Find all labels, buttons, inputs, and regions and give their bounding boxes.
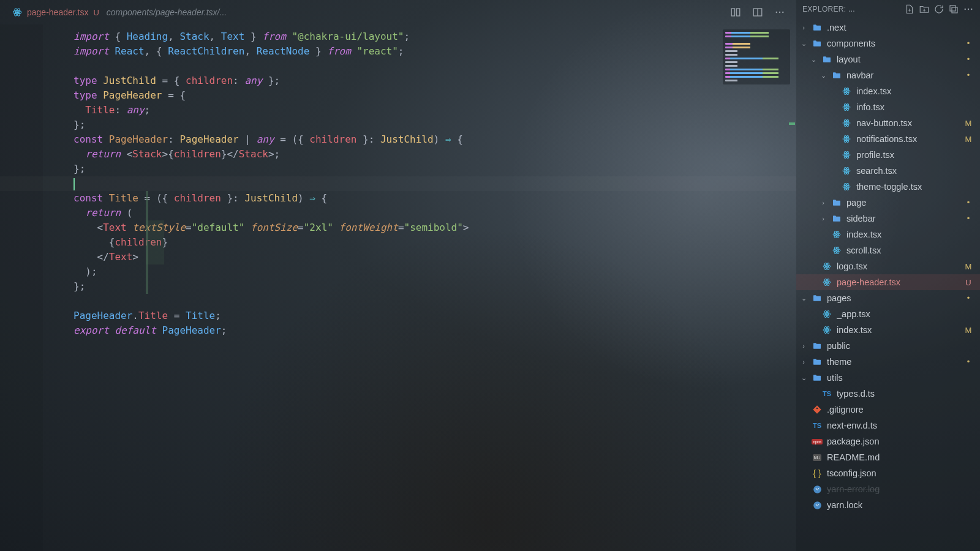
chevron-right-icon[interactable]: › [820,199,827,206]
chevron-down-icon[interactable]: ⌄ [800,294,807,302]
tree-file[interactable]: .gitignore [796,402,980,418]
react-icon [841,102,852,112]
code-line[interactable]: type JustChild = { children: any }; [74,73,796,88]
chevron-right-icon[interactable]: › [800,342,807,350]
code-line[interactable]: {children} [74,235,796,250]
editor-pane: page-header.tsx U components/page-header… [0,0,796,551]
new-folder-icon[interactable] [919,4,930,15]
svg-point-0 [17,12,18,13]
tree-label: README.md [827,452,959,462]
tree-folder[interactable]: ⌄components• [796,36,980,51]
code-line[interactable]: import React, { ReactChildren, ReactNode… [74,44,796,59]
tree-file[interactable]: logo.tsxM [796,258,980,274]
tree-file[interactable]: _app.tsx [796,306,980,322]
tree-label: index.tsx [837,325,959,335]
more-actions-icon[interactable] [774,7,785,18]
svg-point-69 [813,501,821,509]
code-line[interactable]: }; [74,118,796,132]
tree-file[interactable]: theme-toggle.tsx [796,179,980,195]
tree-file[interactable]: { }tsconfig.json [796,465,980,481]
tree-file[interactable]: scroll.tsx [796,242,980,258]
tree-folder[interactable]: ›.next [796,20,980,36]
tree-file[interactable]: yarn-error.log [796,481,980,497]
code-line[interactable]: const Title = ({ children }: JustChild) … [74,191,796,206]
tree-file[interactable]: index.tsx [796,227,980,242]
split-editor-icon[interactable] [752,7,763,18]
tree-file[interactable]: npmpackage.json [796,433,980,449]
code-line[interactable]: }; [74,279,796,294]
chevron-down-icon[interactable]: ⌄ [800,374,807,382]
code-line[interactable]: PageHeader.Title = Title; [74,309,796,323]
chevron-down-icon[interactable]: ⌄ [800,40,807,48]
tree-folder[interactable]: ⌄utils [796,370,980,386]
chevron-down-icon[interactable]: ⌄ [810,56,817,64]
git-status-badge: • [963,200,974,206]
svg-point-14 [968,9,969,10]
editor-tab-active[interactable]: page-header.tsx U components/page-header… [5,0,234,24]
tree-label: profile.tsx [856,150,959,160]
tree-folder[interactable]: ›sidebar• [796,211,980,227]
code-line[interactable]: export default PageHeader; [74,323,796,338]
code-line[interactable]: import { Heading, Stack, Text } from "@c… [74,29,796,44]
code-line[interactable] [74,176,796,191]
code-line[interactable] [74,294,796,309]
tree-file[interactable]: TSnext-env.d.ts [796,418,980,433]
code-line[interactable]: <Text textStyle="default" fontSize="2xl"… [74,220,796,235]
svg-point-28 [846,138,847,140]
tree-file[interactable]: profile.tsx [796,147,980,163]
code-line[interactable]: </Text> [74,250,796,264]
minimap[interactable] [723,29,790,84]
code-line[interactable] [74,59,796,73]
tree-folder[interactable]: ⌄navbar• [796,67,980,83]
compare-changes-icon[interactable] [730,7,741,18]
tree-file[interactable]: M↓README.md [796,449,980,465]
overview-ruler[interactable] [788,24,796,551]
git-icon [812,405,823,414]
explorer-more-icon[interactable] [963,4,974,15]
folder-icon [812,293,823,303]
code-line[interactable]: }; [74,162,796,176]
tree-file[interactable]: search.tsx [796,163,980,179]
code-line[interactable]: ); [74,264,796,279]
tree-file[interactable]: index.tsx [796,83,980,99]
code-line[interactable]: return ( [74,206,796,220]
tree-folder[interactable]: ›public [796,338,980,354]
refresh-icon[interactable] [933,4,944,15]
code-line[interactable]: return <Stack>{children}</Stack>; [74,147,796,162]
tree-label: .gitignore [827,405,959,414]
tree-folder[interactable]: ⌄layout• [796,51,980,67]
tree-file[interactable]: notifications.tsxM [796,131,980,147]
tree-label: index.tsx [846,230,959,239]
chevron-right-icon[interactable]: › [800,24,807,31]
svg-point-16 [846,91,847,92]
tree-file[interactable]: page-header.tsxU [796,274,980,290]
tree-label: next-env.d.ts [827,421,959,430]
chevron-right-icon[interactable]: › [800,358,807,365]
tree-label: page [846,198,959,208]
svg-point-9 [779,12,780,13]
chevron-down-icon[interactable]: ⌄ [820,72,827,80]
code-line[interactable]: Title: any; [74,103,796,118]
tree-file[interactable]: yarn.lock [796,497,980,513]
gutter [0,24,43,551]
tree-file[interactable]: TStypes.d.ts [796,386,980,402]
folder-icon [831,198,842,208]
tab-git-status: U [93,8,99,17]
tree-file[interactable]: info.tsx [796,99,980,115]
code-line[interactable]: type PageHeader = { [74,88,796,103]
tree-folder[interactable]: ›page• [796,195,980,211]
tree-folder[interactable]: ›theme• [796,354,980,370]
svg-rect-12 [952,7,957,13]
tree-folder[interactable]: ⌄pages• [796,290,980,306]
new-file-icon[interactable] [904,4,915,15]
chevron-right-icon[interactable]: › [820,215,827,222]
tree-label: layout [837,54,959,64]
ts-icon: TS [821,390,832,397]
folder-icon [812,39,823,48]
collapse-all-icon[interactable] [948,4,959,15]
code-line[interactable]: const PageHeader: PageHeader | any = ({ … [74,132,796,147]
code-editor[interactable]: import { Heading, Stack, Text } from "@c… [0,24,796,551]
tree-file[interactable]: nav-button.tsxM [796,115,980,131]
tree-label: types.d.ts [837,389,959,399]
tree-file[interactable]: index.tsxM [796,322,980,338]
